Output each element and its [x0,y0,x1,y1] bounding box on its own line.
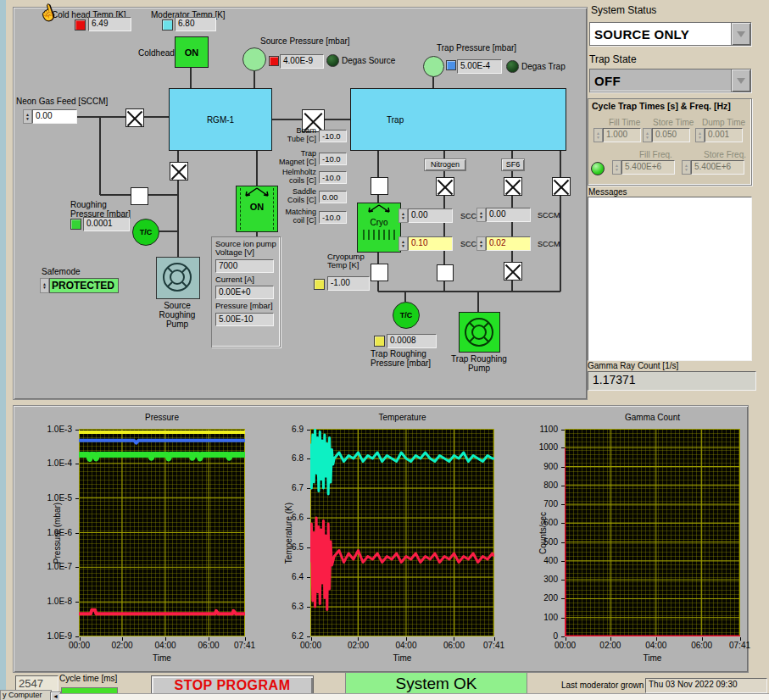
freq-enable-led[interactable] [591,162,605,175]
fill-time-input[interactable]: ▲▼ 1.000 [593,128,641,142]
dump-time-input[interactable]: ▲▼ 0.001 [695,128,743,142]
trap-state-value: OFF [590,74,731,88]
x-tickmark-pressure [122,637,123,641]
trap-pressure-label: Trap Pressure [mbar] [437,43,516,53]
source-pressure-indicator [269,56,279,66]
x-tickmark-temperature [358,637,359,641]
source-gate-valve-button[interactable]: ON [236,186,278,232]
nitrogen-button[interactable]: Nitrogen [424,158,466,171]
nitrogen-roughing-valve[interactable] [437,264,454,281]
sf6-roughing-valve[interactable] [504,262,522,281]
dropdown-arrow-icon[interactable] [731,69,750,92]
dashed-edge-right [273,188,274,230]
store-freq-input[interactable]: ▲▼ 5.400E+6 [682,160,744,175]
coil-value: 0.00 [319,191,347,203]
sf6-valve[interactable] [504,177,522,196]
cycle-time-label: Cycle time [ms] [59,674,117,683]
x-tick-gamma-count: 07:41 [719,641,761,650]
spinner-arrows-icon[interactable]: ▲▼ [476,236,486,251]
ion-pump-current-value: 0.00E+0 [215,286,274,299]
neon-feed-valve[interactable] [125,108,144,127]
source-pressure-gauge [242,47,266,71]
y-tickmark-pressure [75,498,79,499]
cryopump-temp-label: Cryopump Temp [K] [327,253,365,270]
cryo-label: Cryo [370,218,387,227]
y-tickmark-gamma-count [561,636,565,637]
spinner-arrows-icon[interactable]: ▲▼ [23,109,32,124]
coldhead-on-button[interactable]: ON [175,36,209,68]
y-tickmark-gamma-count [561,580,565,581]
neon-gas-feed-input[interactable]: ▲▼ 0.00 [23,109,77,124]
source-roughing-pump-button[interactable] [156,257,200,299]
x-axis-label-temperature: Time [393,653,412,663]
system-status-dropdown[interactable]: SOURCE ONLY [589,22,751,46]
sf6-button[interactable]: SF6 [501,158,525,171]
sf6-flow-setpoint[interactable]: ▲▼ 0.00 [476,208,531,222]
y-tick-gamma-count: 700 [515,499,558,508]
x-tickmark-gamma-count [566,637,566,641]
y-tickmark-temperature [307,577,310,578]
nitrogen-valve[interactable] [436,177,454,196]
x-tick-pressure: 00:00 [59,641,101,650]
chart-title-temperature: Temperature [378,413,426,422]
y-tickmark-gamma-count [561,542,565,543]
spinner-arrows-icon[interactable]: ▲▼ [476,208,486,222]
degas-trap-led[interactable] [506,60,519,73]
x-tick-temperature: 04:00 [385,641,427,650]
y-tick-temperature: 6.9 [261,425,304,434]
spinner-arrows-icon[interactable]: ▲▼ [398,208,408,223]
x-tickmark-pressure [209,637,209,641]
spinner-arrows-icon[interactable]: ▲▼ [643,128,652,142]
plot-area-pressure [79,429,245,636]
dropdown-arrow-icon[interactable] [731,23,750,45]
source-roughing-valve[interactable] [170,162,188,181]
trap-cryo-valve[interactable] [371,177,388,195]
moderator-temp-value: 6.80 [175,17,216,31]
trap-pressure-gauge [423,56,444,77]
cryo-valve-button[interactable]: Cryo [357,203,401,253]
neon-bypass-valve[interactable] [131,187,148,205]
source-pressure-value: 4.00E-9 [280,54,324,69]
n2-flow-actual[interactable]: ▲▼ 0.10 [398,236,453,251]
sccm-unit-label: SCCM [538,212,560,220]
cryo-roughing-valve[interactable] [371,264,388,281]
spinner-arrows-icon[interactable]: ▲▼ [40,278,49,293]
taskbar-fragment[interactable]: y Computer [0,690,52,700]
degas-source-led[interactable] [326,54,339,67]
x-tickmark-temperature [311,637,312,641]
chart-title-gamma-count: Gamma Count [625,413,680,422]
safemode-selector[interactable]: ▲▼ PROTECTED [40,278,119,293]
n2-flow-setpoint[interactable]: ▲▼ 0.00 [398,208,453,223]
y-axis-label-temperature: Temperature (K) [284,502,293,563]
roughing-pressure-indicator [70,219,81,230]
cold-head-indicator [75,19,86,31]
y-tickmark-gamma-count [561,618,565,619]
trap-block: Trap [350,88,566,151]
y-tickmark-gamma-count [561,486,565,486]
source-tc-gauge: T/C [132,219,159,246]
coil-value: -10.0 [319,153,347,165]
safemode-label: Safemode [42,267,81,276]
spinner-arrows-icon[interactable]: ▲▼ [682,160,691,175]
trap-vent-valve[interactable] [552,177,571,196]
cryo-fins-icon [360,230,398,240]
messages-label: Messages [588,187,627,197]
trap-state-dropdown[interactable]: OFF [589,69,751,92]
sf6-flow-actual[interactable]: ▲▼ 0.02 [476,236,531,251]
spinner-arrows-icon[interactable]: ▲▼ [612,160,621,175]
x-tickmark-pressure [80,637,81,641]
ion-pump-voltage-value: 7000 [215,259,274,273]
neon-gas-feed-label: Neon Gas Feed [SCCM] [16,97,108,106]
x-tick-temperature: 02:00 [337,641,379,650]
cryopump-temp-value: -1.00 [327,276,370,291]
store-time-input[interactable]: ▲▼ 0.050 [643,128,690,142]
fill-freq-input[interactable]: ▲▼ 5.400E+6 [612,160,675,175]
x-tick-temperature: 07:41 [473,641,515,650]
spinner-arrows-icon[interactable]: ▲▼ [695,128,705,142]
spinner-arrows-icon[interactable]: ▲▼ [593,128,603,142]
y-tickmark-pressure [75,464,79,464]
y-tickmark-temperature [307,430,310,431]
spinner-arrows-icon[interactable]: ▲▼ [398,236,408,251]
moderator-indicator [162,19,173,31]
trap-roughing-pump-button[interactable] [459,312,500,353]
